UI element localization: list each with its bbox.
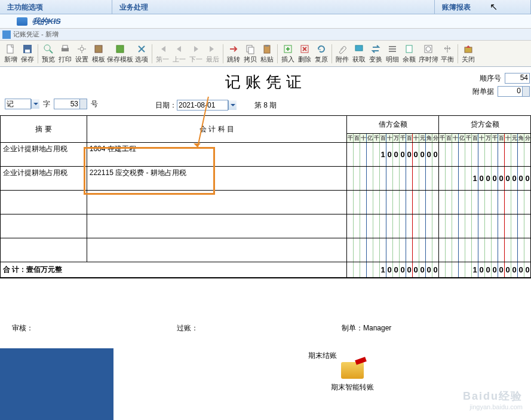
kis-label[interactable]: 我的KIS — [32, 16, 61, 27]
voucher-title: 记账凭证 — [0, 72, 531, 93]
voucher-row[interactable] — [1, 191, 531, 214]
voucher-table: 摘 要 会 计 科 目 借方金额 贷方金额 千百十亿千百十万千百十元角分 千百十… — [0, 115, 531, 278]
balance-button[interactable]: 余额 — [401, 42, 418, 66]
options-button[interactable]: 选项 — [133, 42, 150, 66]
attach-button[interactable]: 附件 — [334, 42, 351, 66]
svg-rect-12 — [265, 45, 269, 47]
kis-strip: 我的KIS — [0, 14, 531, 29]
voucher-number-input[interactable]: 53 — [54, 99, 80, 109]
save-button[interactable]: 保存 — [19, 42, 36, 66]
voucher-row[interactable] — [1, 214, 531, 238]
toolbar: 新增 保存 预览 打印 设置 模板 保存模板 选项 第一 上一 下一 最后 跳转… — [0, 41, 531, 67]
settings-button[interactable]: 设置 — [73, 42, 90, 66]
account-cell[interactable] — [87, 238, 346, 262]
save-template-button[interactable]: 保存模板 — [107, 42, 133, 66]
number-suffix: 号 — [91, 99, 98, 109]
nav-tab-biz[interactable]: 业务处理 — [112, 0, 435, 14]
debit-cell[interactable] — [347, 214, 439, 238]
convert-button[interactable]: 变换 — [367, 42, 384, 66]
fetch-button[interactable]: 获取 — [351, 42, 367, 66]
summary-cell[interactable] — [1, 238, 87, 262]
debit-cell[interactable] — [347, 167, 439, 191]
header-account: 会 计 科 目 — [87, 116, 346, 143]
blank-area — [0, 278, 531, 321]
header-credit: 贷方金额 — [439, 116, 531, 134]
next-button[interactable]: 下一 — [188, 42, 204, 66]
date-dropdown-icon[interactable] — [228, 100, 237, 110]
summary-cell[interactable] — [1, 214, 87, 238]
summary-cell[interactable]: 企业计提耕地占用税 — [1, 143, 87, 167]
detail-button[interactable]: 明细 — [384, 42, 401, 66]
seq-value[interactable]: 54 — [505, 73, 530, 84]
svg-rect-18 — [389, 51, 396, 52]
credit-cell[interactable] — [439, 143, 531, 167]
nav-tab-reports[interactable]: 账簿报表 — [435, 0, 531, 14]
bottom-left-panel — [0, 348, 113, 420]
account-cell[interactable]: 222115 应交税费 - 耕地占用税 — [87, 167, 346, 191]
svg-rect-15 — [355, 45, 363, 51]
jump-button[interactable]: 跳转 — [225, 42, 242, 66]
prev-button[interactable]: 上一 — [171, 42, 188, 66]
insert-button[interactable]: 插入 — [280, 42, 296, 66]
voucher-type-combo[interactable]: 记 — [5, 99, 31, 109]
account-cell[interactable] — [87, 191, 346, 214]
restore-button[interactable]: 复原 — [313, 42, 330, 66]
attach-spinner[interactable] — [523, 86, 530, 97]
template-button[interactable]: 模板 — [90, 42, 107, 66]
svg-rect-0 — [7, 45, 13, 53]
debit-digits-header: 千百十亿千百十万千百十元角分 — [347, 134, 439, 143]
window-icon — [2, 30, 11, 39]
folder-icon[interactable] — [341, 362, 364, 379]
close-button[interactable]: 关闭 — [460, 42, 477, 66]
account-cell[interactable] — [87, 214, 346, 238]
voucher-row[interactable]: 企业计提耕地占用税 222115 应交税费 - 耕地占用税 100000000 — [1, 167, 531, 191]
top-nav: 主功能选项 业务处理 账簿报表 — [0, 0, 531, 14]
voucher-number-spinner[interactable] — [80, 99, 87, 109]
attach-label: 附单据 — [472, 87, 494, 97]
header-summary: 摘 要 — [1, 116, 87, 143]
total-cell: 合 计：壹佰万元整 — [1, 262, 347, 278]
delete-button[interactable]: 删除 — [296, 42, 313, 66]
watermark: Baidu经验 jingyan.baidu.com — [463, 389, 523, 410]
total-debit: 100000000 — [347, 262, 439, 278]
credit-cell[interactable] — [439, 214, 531, 238]
account-cell[interactable]: 1604 在建工程 — [87, 143, 346, 167]
debit-cell[interactable] — [347, 191, 439, 214]
balance2-button[interactable]: 平衡 — [439, 42, 456, 66]
credit-cell[interactable] — [439, 191, 531, 214]
nav-tab-main[interactable]: 主功能选项 — [0, 0, 112, 14]
copy-button[interactable]: 拷贝 — [242, 42, 259, 66]
svg-rect-2 — [25, 50, 30, 53]
svg-rect-22 — [465, 47, 472, 53]
paste-button[interactable]: 粘贴 — [259, 42, 275, 66]
total-row: 合 计：壹佰万元整 100000000 100000000 — [1, 262, 531, 278]
attach-value[interactable]: 0 — [498, 86, 523, 97]
window-title: 记账凭证 - 新增 — [13, 30, 59, 39]
credit-digits-header: 千百十亿千百十万千百十元角分 — [439, 134, 531, 143]
voucher-type-dropdown-icon[interactable] — [31, 99, 39, 109]
date-label: 日期： — [155, 100, 177, 111]
footer-row: 审核： 过账： 制单：Manager — [0, 321, 531, 336]
debit-cell[interactable]: 100000000 — [347, 143, 439, 167]
first-button[interactable]: 第一 — [154, 42, 171, 66]
voucher-area: 记账凭证 顺序号54 附单据0 记 字 53 号 日期： 2021-08-01 … — [0, 67, 531, 336]
voucher-row[interactable] — [1, 238, 531, 262]
date-input[interactable]: 2021-08-01 — [177, 100, 228, 111]
debit-cell[interactable] — [347, 238, 439, 262]
serial-button[interactable]: 序时簿 — [418, 42, 439, 66]
window-titlebar: 记账凭证 - 新增 — [0, 29, 531, 41]
credit-cell[interactable] — [439, 238, 531, 262]
period-label: 第 8 期 — [254, 100, 277, 111]
preview-button[interactable]: 预览 — [40, 42, 57, 66]
new-button[interactable]: 新增 — [2, 42, 19, 66]
credit-cell[interactable]: 100000000 — [439, 167, 531, 191]
smart-transfer-label[interactable]: 期末智能转账 — [331, 382, 374, 393]
print-button[interactable]: 打印 — [57, 42, 73, 66]
voucher-row[interactable]: 企业计提耕地占用税 1604 在建工程 100000000 — [1, 143, 531, 167]
summary-cell[interactable] — [1, 191, 87, 214]
svg-rect-8 — [116, 45, 124, 53]
last-button[interactable]: 最后 — [204, 42, 221, 66]
summary-cell[interactable]: 企业计提耕地占用税 — [1, 167, 87, 191]
period-close-label[interactable]: 期末结账 — [308, 351, 337, 361]
svg-rect-17 — [389, 48, 396, 50]
